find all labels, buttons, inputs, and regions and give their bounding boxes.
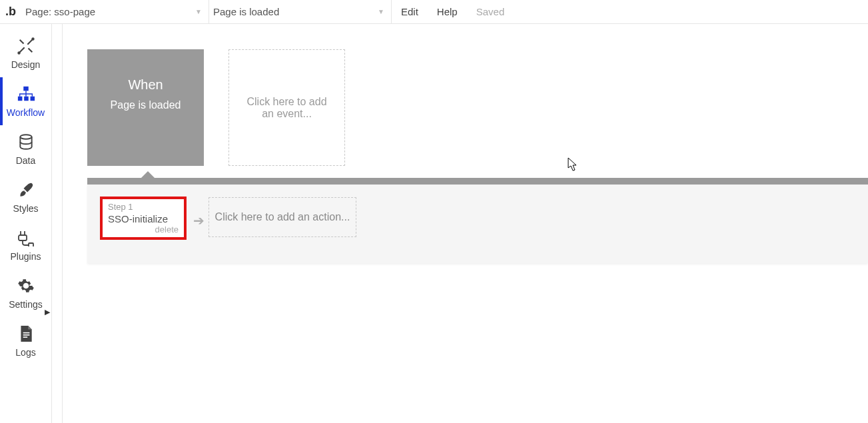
- expand-caret-icon[interactable]: ▶: [45, 308, 50, 316]
- step-number: Step 1: [108, 202, 179, 212]
- add-event-placeholder[interactable]: Click here to add an event...: [228, 49, 345, 166]
- nav-label: Workflow: [7, 107, 45, 118]
- database-icon: [17, 133, 35, 151]
- gear-icon: [17, 276, 35, 295]
- design-icon: [17, 37, 35, 55]
- nav-design[interactable]: Design: [0, 29, 51, 77]
- arrow-right-icon: ➔: [193, 212, 205, 228]
- add-event-text: Click here to add an event...: [241, 96, 332, 120]
- nav-label: Data: [16, 155, 36, 166]
- workflow-divider-bar: [87, 178, 868, 185]
- saved-status: Saved: [467, 0, 514, 23]
- workflow-icon: [17, 85, 35, 103]
- brush-icon: [17, 181, 35, 199]
- canvas-gutter: [52, 24, 63, 423]
- step-name: SSO-initialize: [108, 213, 179, 224]
- edit-menu[interactable]: Edit: [392, 0, 428, 23]
- page-dropdown[interactable]: Page: sso-page ▼: [21, 0, 209, 23]
- side-nav: Design Workflow: [0, 24, 52, 423]
- cursor-icon: [568, 157, 578, 172]
- plug-icon: [17, 228, 35, 247]
- page-dropdown-label: Page: sso-page: [25, 6, 95, 17]
- event-name: Page is loaded: [111, 99, 181, 111]
- nav-label: Settings: [9, 299, 43, 310]
- svg-rect-5: [30, 97, 35, 101]
- event-when-label: When: [128, 77, 163, 93]
- nav-styles[interactable]: Styles: [0, 173, 51, 221]
- svg-rect-9: [23, 332, 29, 334]
- nav-label: Plugins: [11, 251, 41, 262]
- event-dropdown[interactable]: Page is loaded ▼: [209, 0, 392, 23]
- chevron-down-icon: ▼: [195, 8, 202, 15]
- nav-settings[interactable]: Settings: [0, 269, 51, 317]
- svg-rect-11: [23, 336, 27, 338]
- delete-step-button[interactable]: delete: [155, 224, 179, 234]
- help-menu[interactable]: Help: [428, 0, 467, 23]
- svg-rect-8: [29, 243, 33, 246]
- nav-label: Styles: [13, 203, 38, 214]
- add-action-text: Click here to add an action...: [215, 211, 350, 223]
- nav-plugins[interactable]: Plugins: [0, 221, 51, 269]
- nav-label: Logs: [15, 347, 35, 358]
- nav-data[interactable]: Data: [0, 125, 51, 173]
- action-step-1[interactable]: Step 1 SSO-initialize delete: [100, 197, 187, 240]
- add-action-placeholder[interactable]: Click here to add an action...: [209, 197, 356, 237]
- document-icon: [17, 324, 35, 343]
- bubble-logo[interactable]: .b: [0, 0, 21, 24]
- svg-rect-2: [23, 87, 28, 91]
- nav-workflow[interactable]: Workflow: [0, 77, 51, 125]
- svg-point-6: [20, 135, 31, 139]
- chevron-down-icon: ▼: [378, 8, 384, 15]
- svg-rect-10: [23, 334, 29, 336]
- event-block[interactable]: When Page is loaded: [87, 49, 204, 166]
- svg-rect-3: [17, 97, 22, 101]
- event-dropdown-label: Page is loaded: [213, 6, 279, 17]
- svg-rect-7: [19, 235, 27, 240]
- workflow-canvas: When Page is loaded Click here to add an…: [52, 24, 868, 423]
- event-pointer-notch: [141, 171, 155, 178]
- top-bar: .b Page: sso-page ▼ Page is loaded ▼ Edi…: [0, 0, 868, 24]
- nav-logs[interactable]: Logs: [0, 317, 51, 365]
- svg-rect-4: [24, 97, 29, 101]
- nav-label: Design: [11, 59, 41, 70]
